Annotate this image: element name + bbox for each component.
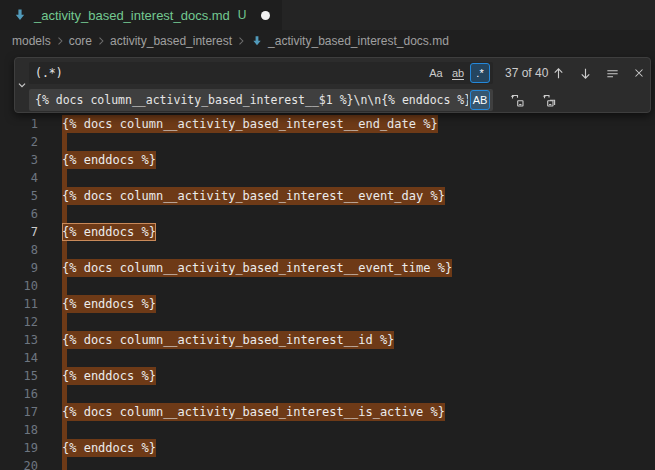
line-text[interactable]: {% enddocs %} — [62, 439, 156, 457]
code-line[interactable]: 15 {% enddocs %} — [0, 367, 655, 385]
code-line[interactable]: 3 {% enddocs %} — [0, 151, 655, 169]
replace-all-button[interactable] — [539, 90, 559, 110]
code-line[interactable]: 1 {% docs column__activity_based_interes… — [0, 115, 655, 133]
line-number: 9 — [0, 259, 38, 277]
previous-match-button[interactable] — [548, 63, 568, 83]
line-text[interactable] — [62, 205, 67, 223]
find-input-value: (.*) — [35, 66, 424, 80]
line-number: 11 — [0, 295, 38, 313]
line-text[interactable]: {% enddocs %} — [62, 295, 156, 313]
line-text[interactable] — [62, 169, 67, 187]
close-icon[interactable] — [629, 63, 649, 83]
line-number: 7 — [0, 223, 38, 241]
breadcrumb-activity-based-interest[interactable]: activity_based_interest — [110, 34, 232, 48]
code-line[interactable]: 20 — [0, 457, 655, 470]
match-count: 37 of 40 — [505, 66, 548, 80]
line-text[interactable] — [62, 241, 67, 259]
replace-input-value: {% docs column__activity_based_interest_… — [35, 93, 468, 107]
breadcrumb-models[interactable]: models — [12, 34, 51, 48]
code-line[interactable]: 11 {% enddocs %} — [0, 295, 655, 313]
code-line[interactable]: 2 — [0, 133, 655, 151]
line-number: 20 — [0, 457, 38, 470]
line-text[interactable] — [62, 133, 67, 151]
line-text[interactable]: {% docs column__activity_based_interest_… — [62, 115, 438, 133]
line-text[interactable] — [62, 457, 67, 470]
code-line[interactable]: 19 {% enddocs %} — [0, 439, 655, 457]
code-line[interactable]: 8 — [0, 241, 655, 259]
code-line[interactable]: 10 — [0, 277, 655, 295]
line-text[interactable]: {% enddocs %} — [62, 223, 156, 241]
line-number: 19 — [0, 439, 38, 457]
markdown-icon — [12, 7, 28, 23]
line-number: 1 — [0, 115, 38, 133]
code-line[interactable]: 5 {% docs column__activity_based_interes… — [0, 187, 655, 205]
line-text[interactable]: {% docs column__activity_based_interest_… — [62, 331, 394, 349]
replace-input[interactable]: {% docs column__activity_based_interest_… — [29, 89, 493, 111]
code-line[interactable]: 14 — [0, 349, 655, 367]
line-number: 18 — [0, 421, 38, 439]
line-number: 17 — [0, 403, 38, 421]
find-input[interactable]: (.*) Aa ab .* — [29, 62, 493, 84]
find-widget: (.*) Aa ab .* 37 of 40 — [14, 57, 651, 113]
code-line[interactable]: 18 — [0, 421, 655, 439]
breadcrumb-core[interactable]: core — [69, 34, 92, 48]
toggle-replace-chevron[interactable] — [15, 58, 29, 112]
code-line[interactable]: 7 {% enddocs %} — [0, 223, 655, 241]
line-number: 14 — [0, 349, 38, 367]
line-number: 12 — [0, 313, 38, 331]
git-status-badge: U — [238, 8, 247, 22]
code-line[interactable]: 4 — [0, 169, 655, 187]
match-case-toggle[interactable]: Aa — [426, 63, 446, 83]
tab-bar: _activity_based_interest_docs.md U — [0, 0, 655, 30]
whole-word-toggle[interactable]: ab — [448, 63, 468, 83]
preserve-case-toggle[interactable]: AB — [470, 90, 490, 110]
line-text[interactable]: {% docs column__activity_based_interest_… — [62, 259, 452, 277]
line-number: 6 — [0, 205, 38, 223]
code-line[interactable]: 16 — [0, 385, 655, 403]
markdown-icon — [250, 34, 264, 48]
code-line[interactable]: 17 {% docs column__activity_based_intere… — [0, 403, 655, 421]
find-in-selection-button[interactable] — [602, 63, 622, 83]
line-number: 15 — [0, 367, 38, 385]
chevron-right-icon — [54, 35, 66, 47]
next-match-button[interactable] — [575, 63, 595, 83]
line-number: 3 — [0, 151, 38, 169]
line-text[interactable] — [62, 349, 67, 367]
line-number: 16 — [0, 385, 38, 403]
line-text[interactable] — [62, 277, 67, 295]
regex-toggle[interactable]: .* — [470, 63, 490, 83]
line-number: 10 — [0, 277, 38, 295]
line-number: 13 — [0, 331, 38, 349]
line-number: 5 — [0, 187, 38, 205]
code-line[interactable]: 13 {% docs column__activity_based_intere… — [0, 331, 655, 349]
code-line[interactable]: 6 — [0, 205, 655, 223]
replace-button[interactable] — [507, 90, 527, 110]
tab-filename: _activity_based_interest_docs.md — [34, 8, 230, 23]
breadcrumb-file-label: _activity_based_interest_docs.md — [268, 34, 449, 48]
line-text[interactable] — [62, 385, 67, 403]
line-text[interactable]: {% enddocs %} — [62, 151, 156, 169]
chevron-right-icon — [95, 35, 107, 47]
breadcrumb: models core activity_based_interest _act… — [0, 30, 655, 52]
line-text[interactable]: {% enddocs %} — [62, 367, 156, 385]
chevron-right-icon — [235, 35, 247, 47]
line-text[interactable] — [62, 313, 67, 331]
line-number: 4 — [0, 169, 38, 187]
code-line[interactable]: 12 — [0, 313, 655, 331]
dirty-indicator[interactable] — [261, 11, 270, 20]
line-text[interactable]: {% docs column__activity_based_interest_… — [62, 187, 445, 205]
code-line[interactable]: 9 {% docs column__activity_based_interes… — [0, 259, 655, 277]
line-text[interactable] — [62, 421, 67, 439]
line-number: 2 — [0, 133, 38, 151]
editor-tab[interactable]: _activity_based_interest_docs.md U — [0, 0, 282, 30]
line-number: 8 — [0, 241, 38, 259]
breadcrumb-file[interactable]: _activity_based_interest_docs.md — [250, 34, 449, 48]
line-text[interactable]: {% docs column__activity_based_interest_… — [62, 403, 445, 421]
editor-lines[interactable]: 1 {% docs column__activity_based_interes… — [0, 115, 655, 470]
